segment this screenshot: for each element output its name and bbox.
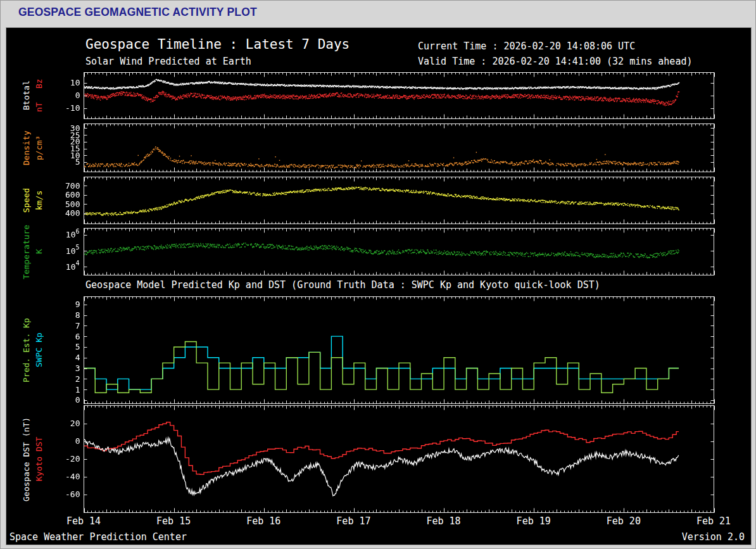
- axis-label-nt: nT: [33, 96, 45, 119]
- chart-panel-speed: [60, 177, 718, 224]
- axis-label-kyoto-dst: Kyoto DST: [33, 405, 45, 513]
- valid-time-label: Valid Time : 2026-02-20 14:41:00 (32 min…: [418, 56, 692, 67]
- page: { "page": { "header_title": "GEOSPACE GE…: [0, 0, 756, 549]
- axis-label-temperature: Temperature: [20, 228, 32, 275]
- axis-label-km-s: km/s: [33, 177, 45, 224]
- axis-label-geospace-dst-nt: Geospace DST (nT): [20, 405, 32, 513]
- chart-panel-dst: [60, 405, 718, 513]
- axis-label-btotal: Btotal: [20, 72, 32, 119]
- x-axis-label-feb-17: Feb 17: [325, 515, 382, 527]
- x-axis-label-feb-14: Feb 14: [55, 515, 112, 527]
- axis-label-p-cm: p/cm³: [33, 123, 45, 172]
- geospace-plot: Geospace Timeline : Latest 7 Days Curren…: [6, 27, 752, 545]
- x-axis-label-feb-15: Feb 15: [145, 515, 202, 527]
- plot-title: Geospace Timeline : Latest 7 Days: [85, 37, 350, 52]
- footer-swpc: Space Weather Prediction Center: [9, 531, 187, 543]
- axis-label-pred-est-kp: Pred. Est. Kp: [20, 296, 32, 404]
- chart-panel-temperature: [60, 228, 718, 275]
- x-axis-label-feb-16: Feb 16: [235, 515, 292, 527]
- page-header: GEOSPACE GEOMAGNETIC ACTIVITY PLOT: [1, 1, 756, 26]
- x-axis-label-feb-19: Feb 19: [505, 515, 562, 527]
- chart-panel-density: [60, 123, 718, 172]
- chart-panel-kp: [60, 296, 718, 404]
- chart-panel-imf: [60, 72, 718, 119]
- current-time-label: Current Time : 2026-02-20 14:08:06 UTC: [418, 41, 635, 52]
- x-axis-label-feb-18: Feb 18: [415, 515, 472, 527]
- kp-dst-section-title: Geospace Model Predicted Kp and DST (Gro…: [85, 279, 600, 291]
- solar-wind-subtitle: Solar Wind Predicted at Earth: [85, 56, 251, 67]
- axis-label-bz: Bz: [33, 72, 45, 96]
- axis-label-speed: Speed: [20, 177, 32, 224]
- x-axis-label-feb-20: Feb 20: [595, 515, 652, 527]
- page-title: GEOSPACE GEOMAGNETIC ACTIVITY PLOT: [18, 6, 257, 19]
- axis-label-k: K: [33, 228, 45, 275]
- footer-version: Version 2.0: [682, 531, 745, 543]
- axis-label-swpc-kp: SWPC Kp: [33, 296, 45, 404]
- x-axis-label-feb-21: Feb 21: [685, 515, 742, 527]
- axis-label-density: Density: [20, 123, 32, 172]
